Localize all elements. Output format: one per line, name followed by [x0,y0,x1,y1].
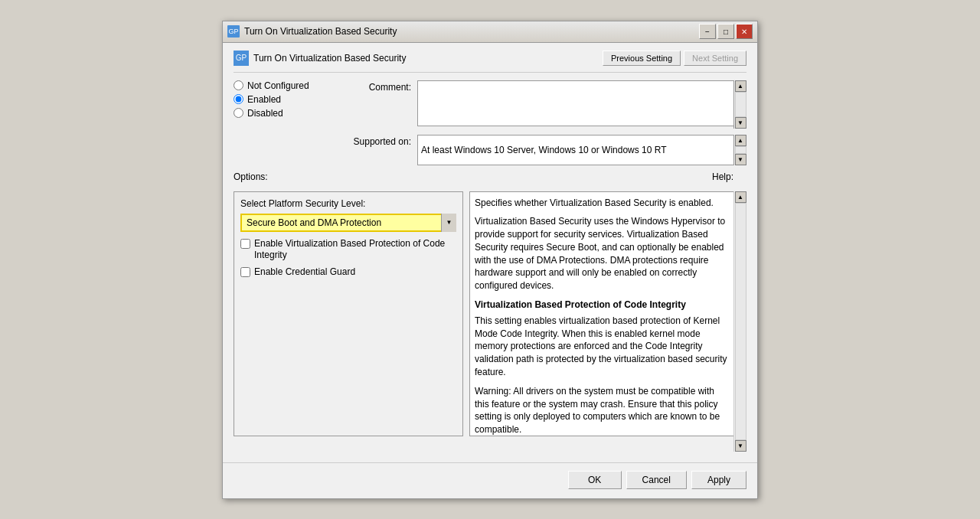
header-title: Turn On Virtualization Based Security [253,53,406,64]
supported-on-scrollbar: ▲ ▼ [733,135,746,165]
checkbox-code-integrity[interactable]: Enable Virtualization Based Protection o… [240,238,456,262]
help-para-1: Virtualization Based Security uses the W… [475,215,730,292]
minimize-button[interactable]: − [699,24,716,39]
help-scrollbar: ▲ ▼ [733,191,746,452]
help-scroll-down[interactable]: ▼ [735,440,746,452]
radio-disabled[interactable]: Disabled [234,108,333,119]
help-para-0: Specifies whether Virtualization Based S… [475,197,730,210]
comment-label: Comment: [341,80,417,93]
header-title-row: GP Turn On Virtualization Based Security [234,51,406,66]
title-bar-left: GP Turn On Virtualization Based Security [227,25,397,38]
radio-group: Not Configured Enabled Disabled [234,80,333,119]
platform-select-wrap: Secure Boot and DMA Protection Secure Bo… [240,214,456,232]
help-panel: Specifies whether Virtualization Based S… [469,191,746,452]
help-para-2: Virtualization Based Protection of Code … [475,299,730,312]
scroll-down-arrow[interactable]: ▼ [735,117,746,129]
comment-scrollbar: ▲ ▼ [733,80,746,129]
maximize-button[interactable]: □ [717,24,734,39]
header-icon: GP [234,51,249,66]
help-para-3: This setting enables virtualization base… [475,315,730,379]
checkbox-credential-guard-label: Enable Credential Guard [254,266,355,279]
previous-setting-button[interactable]: Previous Setting [603,51,681,66]
window-title: Turn On Virtualization Based Security [244,26,397,37]
scroll-track-2 [735,146,746,154]
next-setting-button[interactable]: Next Setting [684,51,746,66]
platform-level-select[interactable]: Secure Boot and DMA Protection Secure Bo… [240,214,456,232]
scroll-down-arrow-2[interactable]: ▼ [735,154,746,165]
options-section-label: Options: [234,171,268,182]
main-window: GP Turn On Virtualization Based Security… [222,21,758,499]
help-para-4: Warning: All drivers on the system must … [475,385,730,436]
supported-on-input-wrap: At least Windows 10 Server, Windows 10 o… [417,135,746,165]
platform-level-label: Select Platform Security Level: [240,198,456,209]
supported-on-field-row: Supported on: At least Windows 10 Server… [341,135,746,165]
supported-on-display: At least Windows 10 Server, Windows 10 o… [417,135,746,165]
right-section: Comment: ▲ ▼ Supported on: [341,80,746,165]
comment-input-wrap: ▲ ▼ [417,80,746,129]
supported-on-label: Supported on: [341,135,417,147]
checkbox-code-integrity-label: Enable Virtualization Based Protection o… [254,238,456,262]
help-box: Specifies whether Virtualization Based S… [469,191,746,436]
options-panel: Select Platform Security Level: Secure B… [234,191,463,452]
help-section-label: Help: [712,171,733,182]
top-header: GP Turn On Virtualization Based Security… [234,51,746,73]
nav-buttons: Previous Setting Next Setting [603,51,746,66]
radio-fields-section: Not Configured Enabled Disabled Comment: [234,80,746,171]
scroll-up-arrow-2[interactable]: ▲ [735,135,746,146]
ok-button[interactable]: OK [568,471,622,489]
comment-field-row: Comment: ▲ ▼ [341,80,746,129]
bottom-buttons: OK Cancel Apply [223,462,757,498]
title-bar-buttons: − □ ✕ [699,24,753,39]
options-help-row: Select Platform Security Level: Secure B… [234,191,746,452]
help-scroll-track [735,203,746,440]
radio-enabled[interactable]: Enabled [234,94,333,105]
content-area: GP Turn On Virtualization Based Security… [223,43,757,459]
help-scroll-up[interactable]: ▲ [735,191,746,203]
help-box-wrap: Specifies whether Virtualization Based S… [469,191,746,452]
comment-input[interactable] [417,80,746,126]
cancel-button[interactable]: Cancel [626,471,687,489]
title-bar: GP Turn On Virtualization Based Security… [223,21,757,43]
checkbox-credential-guard[interactable]: Enable Credential Guard [240,266,456,279]
close-button[interactable]: ✕ [736,24,753,39]
window-icon: GP [227,25,240,38]
scroll-up-arrow[interactable]: ▲ [735,80,746,92]
options-box: Select Platform Security Level: Secure B… [234,191,463,436]
scroll-track [735,92,746,117]
radio-not-configured[interactable]: Not Configured [234,80,333,91]
apply-button[interactable]: Apply [691,471,746,489]
